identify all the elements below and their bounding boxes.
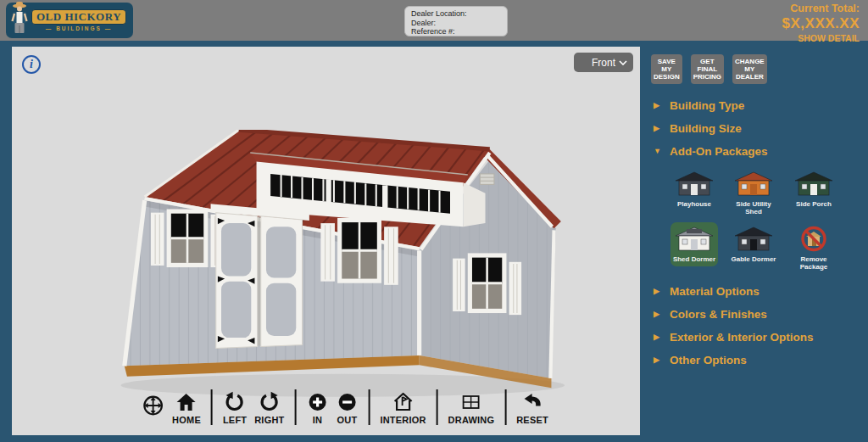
menu-item-add-on-packages[interactable]: ▼ Add-On Packages: [654, 144, 868, 159]
package-tile-gable-dormer[interactable]: Gable Dormer: [729, 222, 779, 266]
menu-item-colors-finishes[interactable]: ▶ Colors & Finishes: [654, 307, 868, 322]
reset-button[interactable]: RESET: [516, 391, 548, 425]
interior-icon: [392, 391, 415, 413]
get-final-pricing-button[interactable]: GETFINALPRICING: [691, 54, 724, 84]
add-on-package-grid: Playhouse Side Utility Shed: [665, 167, 868, 274]
view-select[interactable]: Front: [574, 53, 633, 72]
shed-3d-view[interactable]: [107, 130, 565, 403]
current-total-amount: $X,XXX.XX: [782, 15, 860, 32]
expanded-arrow-icon: ▼: [654, 144, 662, 159]
rotate-left-icon: [224, 391, 246, 413]
reference-label: Reference #:: [411, 27, 501, 36]
package-tile-side-utility-shed[interactable]: Side Utility Shed: [725, 167, 782, 219]
toolbar-divider: [368, 389, 370, 425]
save-my-design-button[interactable]: SAVEMYDESIGN: [651, 54, 682, 84]
home-icon: [175, 391, 198, 413]
pan-icon: [141, 394, 164, 417]
package-tile-shed-dormer[interactable]: Shed Dormer: [670, 222, 718, 266]
zoom-in-button[interactable]: IN: [306, 391, 328, 425]
pan-button[interactable]: [141, 394, 164, 417]
collapsed-arrow-icon: ▶: [654, 121, 662, 136]
front-right-window: [320, 218, 398, 285]
reset-icon: [521, 391, 543, 413]
side-porch-thumbnail: [794, 171, 833, 198]
package-tile-side-porch[interactable]: Side Porch: [792, 167, 836, 211]
dealer-location-label: Dealer Location:: [411, 9, 501, 19]
view-select-value: Front: [592, 57, 615, 69]
home-button[interactable]: HOME: [172, 391, 201, 425]
package-tile-remove-package[interactable]: Remove Package: [785, 222, 843, 274]
playhouse-thumbnail: [675, 171, 714, 198]
shed-model-illustration: [107, 130, 565, 403]
menu-item-building-type[interactable]: ▶ Building Type: [654, 98, 868, 113]
menu-item-other-options[interactable]: ▶ Other Options: [654, 353, 868, 367]
drawing-icon: [460, 391, 482, 413]
dealer-info-box: Dealer Location: Dealer: Reference #:: [404, 6, 508, 36]
collapsed-arrow-icon: ▶: [654, 353, 662, 367]
current-total-label: Current Total:: [782, 3, 860, 14]
options-sidebar: SAVEMYDESIGN GETFINALPRICING CHANGEMYDEA…: [640, 47, 868, 435]
front-left-window: [151, 210, 224, 268]
model-canvas: i Front: [12, 47, 640, 435]
remove-package-icon: [799, 226, 828, 253]
change-my-dealer-button[interactable]: CHANGEMYDEALER: [732, 54, 767, 84]
gable-end-window: [453, 253, 521, 315]
logo-subtitle: — BUILDINGS —: [46, 25, 112, 31]
configurator-app: OLD HICKORY — BUILDINGS — Dealer Locatio…: [0, 0, 868, 442]
interior-button[interactable]: INTERIOR: [380, 391, 426, 425]
top-bar: OLD HICKORY — BUILDINGS — Dealer Locatio…: [0, 0, 868, 41]
view-toolbar: HOME LEFT RIGHT: [141, 389, 548, 425]
chevron-down-icon: [619, 60, 627, 65]
side-utility-shed-thumbnail: [734, 171, 773, 198]
menu-item-material-options[interactable]: ▶ Material Options: [654, 284, 868, 299]
toolbar-divider: [437, 389, 438, 425]
collapsed-arrow-icon: ▶: [654, 330, 662, 344]
rotate-right-icon: [259, 391, 281, 413]
toolbar-divider: [211, 389, 213, 425]
package-tile-playhouse[interactable]: Playhouse: [672, 167, 716, 211]
toolbar-divider: [504, 389, 506, 425]
gable-dormer-thumbnail: [734, 226, 773, 253]
options-menu-lower: ▶ Material Options ▶ Colors & Finishes ▶…: [654, 284, 868, 367]
menu-item-building-size[interactable]: ▶ Building Size: [654, 121, 868, 136]
current-total: Current Total: $X,XXX.XX SHOW DETAIL: [782, 3, 860, 43]
zoom-in-icon: [306, 391, 328, 413]
zoom-out-button[interactable]: OUT: [336, 391, 358, 425]
lumberjack-mascot-icon: [9, 0, 30, 36]
shed-dormer-thumbnail: [675, 226, 714, 253]
rotate-left-button[interactable]: LEFT: [223, 391, 247, 425]
menu-item-exterior-interior-options[interactable]: ▶ Exterior & Interior Options: [654, 330, 868, 344]
toolbar-divider: [294, 389, 296, 425]
action-buttons: SAVEMYDESIGN GETFINALPRICING CHANGEMYDEA…: [651, 54, 868, 84]
collapsed-arrow-icon: ▶: [654, 307, 662, 322]
info-icon[interactable]: i: [22, 55, 41, 74]
show-detail-link[interactable]: SHOW DETAIL: [782, 33, 860, 43]
collapsed-arrow-icon: ▶: [654, 98, 662, 113]
collapsed-arrow-icon: ▶: [654, 284, 662, 299]
options-menu: ▶ Building Type ▶ Building Size ▼ Add-On…: [654, 98, 868, 159]
old-hickory-logo: OLD HICKORY — BUILDINGS —: [6, 3, 133, 38]
rotate-right-button[interactable]: RIGHT: [254, 391, 284, 425]
zoom-out-icon: [336, 391, 358, 413]
logo-title: OLD HICKORY: [31, 9, 126, 25]
dealer-label: Dealer:: [411, 19, 501, 28]
drawing-button[interactable]: DRAWING: [448, 391, 495, 425]
